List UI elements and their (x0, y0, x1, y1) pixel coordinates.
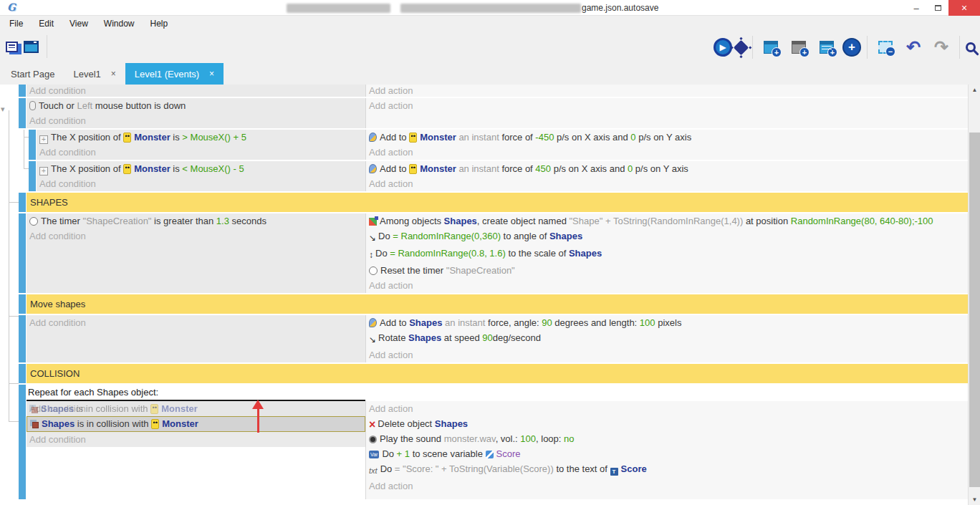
tab-start-page[interactable]: Start Page (1, 63, 64, 85)
text-segment: Left (77, 100, 92, 111)
add-event-icon: + (764, 41, 778, 54)
add-action-button[interactable]: Add action (366, 176, 968, 191)
text-segment: Add action (369, 350, 413, 360)
action-line[interactable]: ↕Do = RandomInRange(0.8, 1.6) to the sca… (366, 246, 968, 263)
add-condition-button[interactable]: Add condition (27, 432, 365, 447)
text-segment: Add action (369, 100, 413, 111)
action-line[interactable]: VarDo + 1 to scene variable Score (366, 446, 968, 461)
tab-close-icon[interactable]: × (111, 69, 116, 79)
add-circle-button[interactable]: + (842, 38, 861, 57)
timer-icon (369, 266, 378, 275)
comment-label[interactable]: SHAPES (27, 193, 968, 212)
menu-bar: FileEditViewWindowHelp (0, 16, 980, 32)
close-button[interactable]: × (948, 0, 980, 16)
add-condition-button[interactable]: Add condition (37, 176, 365, 191)
debug-button[interactable] (734, 39, 749, 54)
minimize-button[interactable]: – (905, 0, 927, 16)
condition-line[interactable]: Shapes is in collision with Monster (27, 417, 365, 431)
comment-row: COLLISION (0, 364, 968, 383)
add-action-button[interactable]: Add action (366, 98, 968, 113)
timer-icon (29, 217, 38, 226)
add-action-button[interactable]: Add action (366, 347, 968, 362)
text-segment: RandomInRange(80, 640-80);-100 (791, 216, 933, 226)
add-condition-button[interactable]: Add condition (27, 113, 365, 128)
add-condition-button[interactable]: Add condition (27, 229, 365, 244)
add-action-button[interactable]: Add action (366, 145, 968, 160)
condition-line[interactable]: Touch or Left mouse button is down (27, 98, 365, 113)
remove-selection-button[interactable]: − (873, 35, 898, 59)
action-line[interactable]: Add to Monster an instant force of -450 … (366, 130, 968, 145)
force-icon (369, 133, 377, 142)
redo-button[interactable] (929, 35, 953, 59)
text-segment: no (564, 433, 574, 444)
comment-label[interactable]: Move shapes (27, 294, 968, 314)
scrollbar[interactable]: ▲ ▼ (968, 85, 980, 505)
text-segment: Add condition (29, 231, 86, 241)
menu-item-help[interactable]: Help (143, 16, 176, 32)
text-segment: 450 (535, 163, 551, 174)
add-action-button[interactable]: Add action (366, 85, 968, 97)
tab-level1[interactable]: Level1× (64, 63, 125, 85)
text-segment: Among objects (380, 216, 444, 226)
text-segment: Do (378, 231, 393, 241)
event-color-bar (19, 364, 26, 383)
add-condition-button[interactable]: Add condition (27, 85, 365, 97)
text-segment: is greater than (151, 216, 216, 226)
action-line[interactable]: Play the sound monster.wav, vol.: 100, l… (366, 431, 968, 446)
event-row: The timer "ShapeCreation" is greater tha… (0, 213, 968, 293)
add-comment-button[interactable]: + (815, 35, 839, 59)
project-manager-button[interactable] (6, 42, 18, 52)
scrollbar-up-button[interactable]: ▲ (969, 85, 980, 95)
text-segment: Shapes (42, 418, 75, 429)
text-segment: degrees and length: (552, 317, 640, 328)
text-segment: Monster (161, 403, 198, 414)
action-line[interactable]: Add to Shapes an instant force, angle: 9… (366, 315, 968, 330)
comment-label[interactable]: COLLISION (27, 364, 968, 383)
scrollbar-down-button[interactable]: ▼ (969, 494, 980, 505)
add-event-button[interactable]: + (759, 35, 783, 59)
undo-button[interactable] (901, 35, 926, 59)
action-line[interactable]: ↘Rotate Shapes at speed 90deg/second (366, 330, 968, 347)
scene-window-button[interactable] (24, 41, 39, 53)
action-line[interactable]: Reset the timer "ShapeCreation" (366, 263, 968, 278)
text-segment: pixels (655, 317, 682, 328)
search-button[interactable] (966, 42, 976, 52)
event-color-bar (19, 98, 26, 128)
action-line[interactable]: Among objects Shapes, create object name… (366, 213, 968, 229)
actions-cell: Add action (365, 98, 968, 128)
action-line[interactable]: ×Delete object Shapes (366, 416, 968, 431)
text-segment: Do (382, 448, 396, 459)
menu-item-view[interactable]: View (62, 16, 96, 32)
play-button[interactable] (714, 38, 732, 57)
actions-cell: Add action (365, 85, 968, 97)
text-segment: is (170, 132, 183, 143)
menu-item-window[interactable]: Window (96, 16, 143, 32)
collapse-arrow-icon[interactable]: ▾ (1, 105, 5, 114)
action-line[interactable]: txtDo = "Score: " + ToString(Variable(Sc… (366, 461, 968, 478)
tab-level1-events-[interactable]: Level1 (Events)× (125, 63, 224, 85)
text-segment: is (170, 163, 183, 174)
add-action-button[interactable]: Add action (366, 401, 968, 416)
add-condition-button[interactable]: Add condition (37, 145, 365, 160)
action-line[interactable]: Add to Monster an instant force of 450 p… (366, 161, 968, 176)
add-subevent-button[interactable]: + (787, 35, 811, 59)
text-segment: + 1 (397, 448, 410, 459)
tab-close-icon[interactable]: × (209, 69, 214, 79)
repeat-header[interactable]: Repeat for each Shapes object: (27, 385, 968, 400)
menu-item-edit[interactable]: Edit (31, 16, 62, 32)
add-action-button[interactable]: Add action (366, 478, 968, 494)
menu-item-file[interactable]: File (1, 16, 31, 32)
add-action-button[interactable]: Add action (366, 278, 968, 293)
maximize-button[interactable] (927, 0, 948, 16)
condition-line[interactable]: +The X position of Monster is > MouseX()… (37, 130, 365, 145)
action-line[interactable]: ↘Do = RandomInRange(0,360) to angle of S… (366, 229, 968, 246)
condition-line[interactable]: +The X position of Monster is < MouseX()… (37, 161, 365, 176)
toolbar: ++++− (0, 32, 980, 63)
event-color-bar (19, 213, 26, 293)
text-segment: = RandomInRange(0,360) (393, 231, 501, 241)
add-condition-button[interactable]: Add condition (27, 315, 365, 330)
selected-condition-row[interactable]: Shapes is in collision with Monster (27, 416, 365, 432)
text-segment: Shapes (444, 216, 477, 226)
scrollbar-thumb[interactable] (969, 133, 980, 487)
condition-line[interactable]: The timer "ShapeCreation" is greater tha… (27, 213, 365, 229)
